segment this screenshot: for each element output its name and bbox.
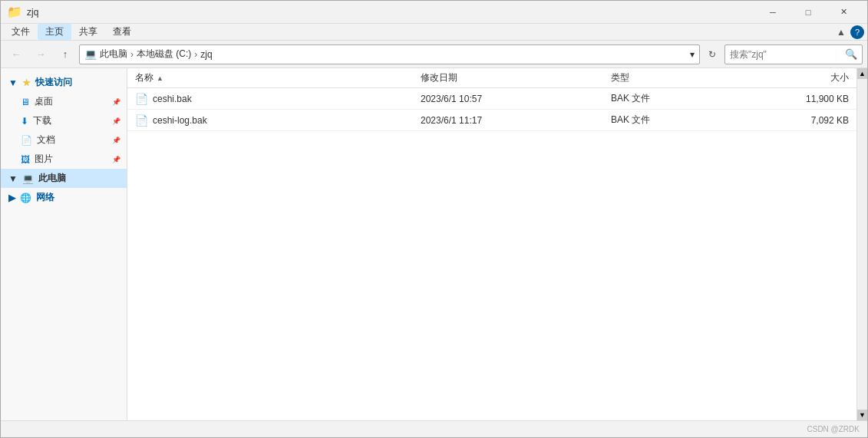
file-date-1: 2023/6/1 11:17 — [421, 115, 611, 126]
sidebar-item-download-label: 下载 — [33, 114, 51, 127]
file-size-0: 11,900 KB — [754, 94, 849, 104]
col-header-name[interactable]: 名称 ▲ — [135, 71, 421, 84]
search-input[interactable] — [730, 49, 842, 60]
pin-icon-download: 📌 — [112, 117, 120, 125]
sort-arrow-name: ▲ — [157, 74, 163, 82]
sidebar-network-label: 网络 — [36, 191, 54, 204]
ribbon-collapse-icon[interactable]: ▲ — [837, 27, 846, 38]
col-header-date[interactable]: 修改日期 — [421, 71, 611, 84]
breadcrumb-disk[interactable]: 本地磁盘 (C:) — [137, 48, 191, 61]
desktop-icon: 🖥 — [21, 97, 30, 107]
file-name-0: ceshi.bak — [153, 94, 192, 104]
file-icon-1: 📄 — [135, 114, 148, 127]
this-pc-icon: 💻 — [22, 173, 34, 184]
title-bar: 📁 zjq ─ □ ✕ — [1, 1, 867, 24]
file-list[interactable]: 名称 ▲ 修改日期 类型 大小 📄 — [127, 68, 856, 420]
breadcrumb-thispc[interactable]: 此电脑 — [100, 48, 127, 61]
sidebar-item-pictures[interactable]: 🖼 图片 📌 — [1, 150, 127, 169]
sidebar-item-pictures-label: 图片 — [35, 153, 53, 166]
window: 📁 zjq ─ □ ✕ 文件 主页 共享 查看 ▲ ? ← → ↑ 💻 此电脑 … — [0, 0, 868, 438]
download-icon: ⬇ — [21, 116, 28, 127]
menu-bar: 文件 主页 共享 查看 ▲ ? — [1, 24, 867, 41]
help-icon[interactable]: ? — [850, 25, 864, 39]
table-row[interactable]: 📄 ceshi-log.bak 2023/6/1 11:17 BAK 文件 7,… — [127, 110, 856, 131]
sidebar-item-documents[interactable]: 📄 文档 📌 — [1, 130, 127, 150]
maximize-button[interactable]: □ — [790, 1, 826, 24]
address-bar[interactable]: 💻 此电脑 › 本地磁盘 (C:) › zjq ▾ — [79, 44, 700, 64]
up-button[interactable]: ↑ — [54, 44, 76, 65]
quick-access-icon: ★ — [22, 77, 31, 88]
file-date-0: 2023/6/1 10:57 — [421, 94, 611, 104]
file-list-header: 名称 ▲ 修改日期 类型 大小 — [127, 68, 856, 88]
status-bar: CSDN @ZRDK — [1, 420, 867, 437]
quick-access-label: 快速访问 — [35, 76, 72, 89]
pin-icon-pics: 📌 — [112, 156, 120, 163]
search-icon[interactable]: 🔍 — [845, 48, 857, 60]
documents-icon: 📄 — [21, 135, 32, 146]
file-size-1: 7,092 KB — [754, 115, 849, 126]
search-bar[interactable]: 🔍 — [724, 44, 863, 64]
network-chevron-icon: ▶ — [8, 193, 15, 203]
menu-item-home[interactable]: 主页 — [38, 24, 71, 40]
file-name-1: ceshi-log.bak — [153, 115, 207, 126]
breadcrumb-pc-icon: 💻 — [84, 48, 97, 60]
close-button[interactable]: ✕ — [826, 1, 861, 24]
menu-item-view[interactable]: 查看 — [105, 24, 139, 40]
sidebar-this-pc-label: 此电脑 — [38, 172, 66, 185]
col-header-size[interactable]: 大小 — [754, 71, 849, 84]
window-icon: 📁 — [7, 5, 22, 19]
forward-button[interactable]: → — [30, 44, 51, 65]
content-area: ▼ ★ 快速访问 🖥 桌面 📌 ⬇ 下载 📌 📄 文档 📌 🖼 图片 — [1, 68, 867, 420]
pictures-icon: 🖼 — [21, 154, 30, 165]
sidebar-item-desktop-label: 桌面 — [35, 95, 53, 108]
menu-item-file[interactable]: 文件 — [4, 24, 38, 40]
breadcrumb-folder[interactable]: zjq — [200, 49, 212, 60]
back-button[interactable]: ← — [5, 44, 27, 65]
file-panel: 名称 ▲ 修改日期 类型 大小 📄 — [127, 68, 856, 420]
refresh-button[interactable]: ↻ — [703, 45, 721, 64]
sidebar: ▼ ★ 快速访问 🖥 桌面 📌 ⬇ 下载 📌 📄 文档 📌 🖼 图片 — [1, 68, 127, 420]
nav-bar: ← → ↑ 💻 此电脑 › 本地磁盘 (C:) › zjq ▾ ↻ 🔍 — [1, 41, 867, 68]
sidebar-item-download[interactable]: ⬇ 下载 📌 — [1, 111, 127, 130]
title-bar-icons: 📁 — [7, 5, 22, 19]
sidebar-quick-access[interactable]: ▼ ★ 快速访问 — [1, 73, 127, 92]
menu-item-share[interactable]: 共享 — [71, 24, 105, 40]
sidebar-item-desktop[interactable]: 🖥 桌面 📌 — [1, 92, 127, 111]
network-icon: 🌐 — [20, 193, 31, 203]
pin-icon: 📌 — [112, 98, 120, 106]
minimize-button[interactable]: ─ — [755, 1, 790, 24]
this-pc-chevron-icon: ▼ — [8, 173, 18, 184]
pin-icon-docs: 📌 — [112, 137, 120, 144]
window-title: zjq — [27, 7, 755, 18]
address-bar-dropdown-icon[interactable]: ▾ — [690, 49, 695, 60]
file-icon-0: 📄 — [135, 93, 148, 105]
sidebar-this-pc[interactable]: ▼ 💻 此电脑 — [1, 169, 127, 188]
watermark: CSDN @ZRDK — [807, 425, 860, 433]
col-header-type[interactable]: 类型 — [611, 71, 754, 84]
title-bar-controls: ─ □ ✕ — [755, 1, 861, 24]
file-type-0: BAK 文件 — [611, 92, 754, 105]
table-row[interactable]: 📄 ceshi.bak 2023/6/1 10:57 BAK 文件 11,900… — [127, 88, 856, 110]
quick-access-chevron-icon: ▼ — [8, 77, 18, 88]
file-type-1: BAK 文件 — [611, 114, 754, 127]
sidebar-network[interactable]: ▶ 🌐 网络 — [1, 188, 127, 207]
sidebar-item-documents-label: 文档 — [37, 133, 55, 147]
right-scrollbar[interactable]: ▲ ▼ — [856, 68, 867, 420]
